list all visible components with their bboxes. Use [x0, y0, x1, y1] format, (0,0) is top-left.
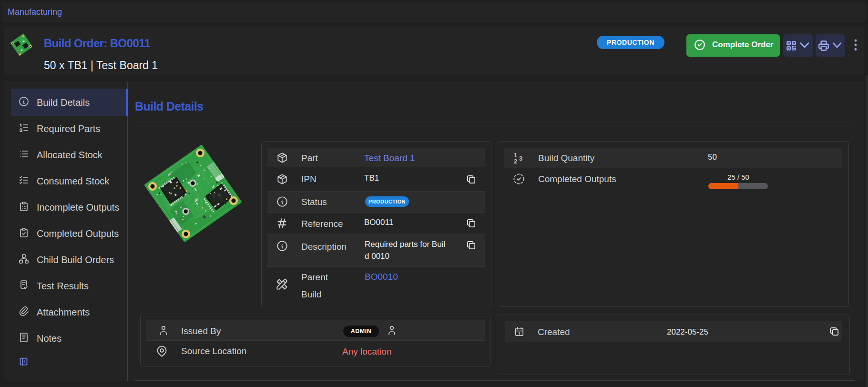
svg-text:2: 2: [514, 158, 517, 164]
svg-text:3: 3: [519, 155, 522, 162]
